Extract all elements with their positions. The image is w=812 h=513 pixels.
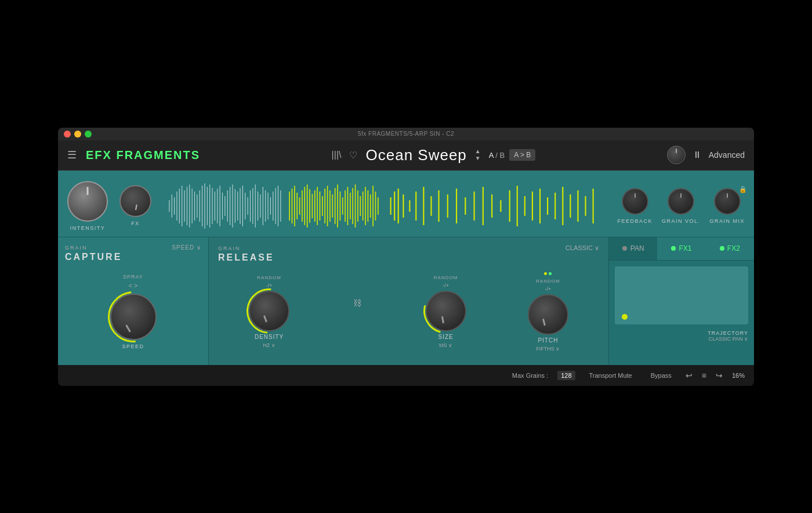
density-knob[interactable] <box>249 291 289 331</box>
grain-mix-group: GRAIN MIX <box>709 188 745 224</box>
menu-footer-icon[interactable]: ≡ <box>702 371 706 380</box>
size-knob[interactable] <box>426 291 466 331</box>
spray-control: SPRAY < > SPEED <box>65 274 201 349</box>
density-name: DENSITY <box>255 334 284 340</box>
size-group: RANDOM -/+ SIZE MS ∨ <box>426 275 466 348</box>
menu-icon[interactable]: ☰ <box>67 149 77 161</box>
dot-yellow <box>544 272 547 275</box>
pitch-knob-wrapper <box>528 294 568 335</box>
waveform-icon: |||\ <box>332 150 342 160</box>
classic-pan-label[interactable]: CLASSIC PAN ∨ <box>609 336 754 342</box>
feedback-label: FEEDBACK <box>617 218 652 224</box>
advanced-button[interactable]: Advanced <box>709 150 745 160</box>
pitch-unit[interactable]: FIFTHS ∨ <box>536 346 560 352</box>
ab-a-label: A / B <box>489 151 505 160</box>
tab-pan-label: PAN <box>630 244 644 252</box>
fx-group: FX <box>119 185 151 226</box>
fx2-power-dot <box>720 246 724 251</box>
intensity-group: INTENSITY <box>67 181 108 231</box>
zoom-level: 16% <box>732 372 745 379</box>
link-icon[interactable]: ⛓ <box>353 298 361 308</box>
pitch-name: PITCH <box>538 337 558 344</box>
grain-capture-panel: GRAIN CAPTURE SPEED ∨ SPRAY < > SPEED <box>58 237 209 365</box>
feedback-group: FEEDBACK <box>617 188 652 224</box>
intensity-label: INTENSITY <box>70 225 106 231</box>
b-label: B <box>500 151 505 160</box>
dot-green <box>549 272 552 275</box>
capture-knob-label: SPEED <box>122 344 144 349</box>
release-knobs: RANDOM -/+ DENSITY HZ ∨ ⛓ <box>218 272 599 352</box>
footer: Max Grains : 128 Transport Mute Bypass ↩… <box>58 365 754 386</box>
nav-arrows: ▲ ▼ <box>475 149 481 161</box>
density-random-label: RANDOM <box>257 275 281 280</box>
capture-section-subtitle: CAPTURE <box>65 252 122 262</box>
waveform-display[interactable] <box>163 180 606 232</box>
grain-vol-knob[interactable] <box>668 188 694 215</box>
tab-fx1[interactable]: FX1 <box>657 237 705 261</box>
heart-icon[interactable]: ♡ <box>349 150 357 161</box>
traffic-light-yellow[interactable] <box>74 131 81 138</box>
pan-fx-tabs: PAN FX1 FX2 <box>609 237 754 261</box>
size-random-label: RANDOM <box>434 275 458 280</box>
release-title-group: GRAIN RELEASE <box>218 245 274 265</box>
trajectory-label: TRAJECTORY <box>609 330 754 336</box>
transport-mute-button[interactable]: Transport Mute <box>585 371 637 380</box>
pitch-random-pm: -/+ <box>545 286 551 292</box>
spray-arrows[interactable]: < > <box>129 282 138 289</box>
grain-mix-label: GRAIN MIX <box>709 218 745 224</box>
size-name: SIZE <box>438 334 454 340</box>
classic-mode-label[interactable]: CLASSIC ∨ <box>566 244 599 252</box>
capture-speed-label[interactable]: SPEED ∨ <box>172 244 201 251</box>
traffic-light-green[interactable] <box>85 131 92 138</box>
grain-vol-group: GRAIN VOL. <box>662 188 701 224</box>
release-section-subtitle: RELEASE <box>218 252 274 263</box>
pan-fx-section: PAN FX1 FX2 TRAJECTORY CLASSIC PAN ∨ <box>609 237 754 365</box>
plugin-window: 5fx FRAGMENTS/5-ARP SIN - C2 ☰ EFX FRAGM… <box>58 128 754 386</box>
bypass-button[interactable]: Bypass <box>646 371 676 380</box>
release-header: GRAIN RELEASE CLASSIC ∨ <box>218 244 599 265</box>
preset-name: Ocean Sweep <box>365 146 466 164</box>
title-bar-text: 5fx FRAGMENTS/5-ARP SIN - C2 <box>358 131 454 137</box>
spray-label: SPRAY <box>123 274 143 280</box>
fx1-power-dot <box>671 246 676 251</box>
ab-copy-button[interactable]: A > B <box>509 149 535 161</box>
density-group: RANDOM -/+ DENSITY HZ ∨ <box>249 275 289 348</box>
feedback-knob[interactable] <box>622 188 648 215</box>
nav-down-arrow[interactable]: ▼ <box>475 156 481 161</box>
brand-name: EFX FRAGMENTS <box>86 149 200 162</box>
ab-section: A / B A > B <box>489 149 536 161</box>
waveform-section: INTENSITY FX <box>58 171 754 237</box>
density-knob-wrapper <box>249 291 289 331</box>
header-knob[interactable] <box>667 146 686 164</box>
redo-icon[interactable]: ↪ <box>716 371 723 380</box>
pitch-knob[interactable] <box>528 294 568 335</box>
fx-label: FX <box>131 221 140 226</box>
header-right: ⏸ Advanced <box>667 146 745 164</box>
size-unit[interactable]: MS ∨ <box>439 342 452 348</box>
fx-knob[interactable] <box>119 185 151 217</box>
traffic-light-red[interactable] <box>64 131 71 138</box>
pitch-random-label: RANDOM <box>536 279 560 284</box>
undo-icon[interactable]: ↩ <box>686 371 693 380</box>
grain-vol-label: GRAIN VOL. <box>662 218 701 224</box>
capture-knob-wrapper <box>110 294 157 340</box>
lock-icon: 🔒 <box>739 186 747 193</box>
tab-fx1-label: FX1 <box>679 244 691 252</box>
pan-display[interactable] <box>615 266 748 324</box>
density-unit[interactable]: HZ ∨ <box>263 342 276 348</box>
pan-power-dot <box>622 246 627 251</box>
nav-up-arrow[interactable]: ▲ <box>475 149 481 154</box>
main-content: INTENSITY FX <box>58 171 754 365</box>
pause-icon: ⏸ <box>693 150 702 160</box>
grain-mix-knob[interactable] <box>714 188 741 215</box>
grain-release-panel: GRAIN RELEASE CLASSIC ∨ RANDOM -/+ <box>209 237 609 365</box>
capture-section-title: GRAIN <box>65 245 122 251</box>
tab-fx2[interactable]: FX2 <box>706 237 754 261</box>
a-active: A <box>489 151 494 160</box>
header: ☰ EFX FRAGMENTS |||\ ♡ Ocean Sweep ▲ ▼ A… <box>58 140 754 171</box>
intensity-knob[interactable] <box>67 181 108 222</box>
max-grains-value: 128 <box>557 371 575 380</box>
ab-slash: / <box>495 151 498 160</box>
capture-header: GRAIN CAPTURE SPEED ∨ <box>65 244 201 265</box>
tab-pan[interactable]: PAN <box>609 237 657 261</box>
